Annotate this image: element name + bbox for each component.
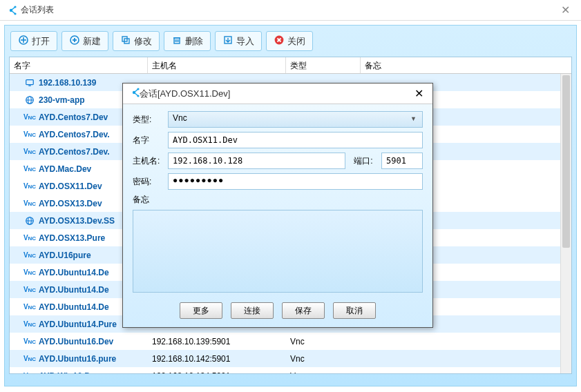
memo-textarea[interactable]: [133, 210, 423, 293]
row-host: 192.168.10.142:5901: [148, 354, 286, 364]
connect-button[interactable]: 连接: [231, 302, 274, 319]
vnc-icon: VNC: [23, 337, 36, 346]
row-name: AYD.Ubuntu14.Pure: [39, 320, 117, 329]
col-name[interactable]: 名字: [10, 57, 148, 73]
session-dialog: 会话[AYD.OSX11.Dev] ✕ 类型: Vnc 名字 主机名: 端口: …: [122, 83, 433, 328]
import-label: 导入: [236, 35, 254, 48]
vnc-icon: VNC: [23, 285, 36, 295]
table-header: 名字 主机名 类型 备忘: [10, 57, 571, 74]
new-label: 新建: [83, 35, 101, 48]
vnc-icon: VNC: [23, 199, 36, 208]
copy-icon: [120, 35, 131, 48]
delete-button[interactable]: 删除: [164, 31, 211, 51]
dialog-icon: [128, 87, 140, 101]
toolbar: 打开 新建 修改 删除 导入 关闭: [5, 26, 576, 57]
dialog-title: 会话[AYD.OSX11.Dev]: [140, 88, 230, 100]
table-row[interactable]: VNCAYD.Ubuntu16.pure192.168.10.142:5901V…: [10, 350, 571, 367]
row-name: AYD.Ubuntu14.De: [39, 302, 109, 312]
vnc-icon: VNC: [23, 251, 36, 260]
row-name: AYD.OSX13.Dev.SS: [39, 216, 115, 226]
name-input[interactable]: [168, 132, 423, 148]
row-name: AYD.OSX13.Pure: [39, 233, 105, 243]
dialog-close-button[interactable]: ✕: [405, 87, 432, 100]
edit-button[interactable]: 修改: [113, 31, 160, 51]
port-input[interactable]: [381, 153, 423, 169]
row-name: AYD.Ubuntu14.De: [39, 285, 109, 295]
row-name: AYD.U16pure: [39, 251, 91, 260]
dialog-titlebar: 会话[AYD.OSX11.Dev] ✕: [123, 84, 432, 104]
close-circle-icon: [274, 35, 285, 48]
port-label: 端口:: [350, 155, 377, 167]
vnc-icon: VNC: [23, 182, 36, 191]
vnc-icon: VNC: [23, 371, 36, 375]
row-name: 230-vm-app: [39, 95, 85, 105]
table-row[interactable]: VNCAYD.Win10.Dev192.168.10.134:5901Vnc: [10, 367, 571, 374]
row-name: AYD.Ubuntu16.pure: [39, 354, 116, 364]
col-host[interactable]: 主机名: [148, 57, 286, 73]
trash-icon: [171, 35, 182, 48]
vnc-icon: VNC: [23, 112, 36, 122]
svg-rect-23: [28, 85, 31, 86]
row-name: AYD.Centos7.Dev.: [39, 130, 110, 139]
delete-label: 删除: [185, 35, 203, 48]
more-button[interactable]: 更多: [180, 302, 222, 319]
window-titlebar: 会话列表 ✕: [0, 0, 581, 21]
vnc-icon: VNC: [23, 164, 36, 174]
row-name: AYD.OSX11.Dev: [39, 182, 102, 191]
app-icon: [6, 5, 17, 16]
table-row[interactable]: VNCAYD.Ubuntu16.Dev192.168.10.139:5901Vn…: [10, 333, 571, 350]
vnc-icon: VNC: [23, 147, 36, 157]
row-name: AYD.Ubuntu16.Dev: [39, 337, 113, 346]
svg-point-4: [14, 12, 16, 14]
password-input[interactable]: ●●●●●●●●●: [168, 173, 423, 190]
host-input[interactable]: [168, 153, 345, 169]
scrollbar-thumb[interactable]: [562, 75, 570, 248]
new-button[interactable]: 新建: [61, 31, 108, 51]
close-label: 关闭: [287, 35, 305, 48]
vnc-icon: VNC: [23, 302, 36, 312]
row-type: Vnc: [286, 371, 361, 375]
col-type[interactable]: 类型: [286, 57, 361, 73]
memo-label: 备忘: [133, 194, 164, 206]
web-icon: [23, 95, 36, 105]
row-name: AYD.Win10.Dev: [39, 371, 99, 375]
row-host: 192.168.10.139:5901: [148, 337, 286, 346]
password-label: 密码:: [133, 176, 164, 188]
row-type: Vnc: [286, 354, 361, 364]
vnc-icon: VNC: [23, 268, 36, 277]
vnc-icon: VNC: [23, 354, 36, 364]
vnc-icon: VNC: [23, 233, 36, 243]
import-icon: [222, 35, 234, 48]
close-button[interactable]: 关闭: [266, 31, 313, 51]
row-name: AYD.OSX13.Dev: [39, 199, 102, 208]
window-title: 会话列表: [21, 4, 54, 16]
row-name: AYD.Centos7.Dev.: [39, 147, 110, 157]
web-icon: [23, 216, 36, 226]
cancel-button[interactable]: 取消: [333, 302, 376, 319]
vnc-icon: VNC: [23, 320, 36, 329]
row-name: AYD.Mac.Dev: [39, 164, 91, 174]
col-memo[interactable]: 备忘: [361, 57, 571, 73]
vnc-icon: VNC: [23, 130, 36, 139]
svg-point-3: [14, 6, 16, 8]
type-select[interactable]: Vnc: [168, 111, 423, 128]
rdp-icon: [23, 78, 36, 88]
host-label: 主机名:: [133, 155, 164, 167]
import-button[interactable]: 导入: [215, 31, 262, 51]
target-icon: [18, 35, 29, 48]
row-type: Vnc: [286, 337, 361, 346]
type-label: 类型:: [133, 114, 164, 126]
row-name: AYD.Centos7.Dev: [39, 112, 108, 122]
plus-circle-icon: [69, 35, 80, 48]
row-name: AYD.Ubuntu14.De: [39, 268, 109, 277]
window-close-button[interactable]: ✕: [549, 0, 581, 21]
vertical-scrollbar[interactable]: [560, 74, 571, 373]
open-label: 打开: [32, 35, 50, 48]
svg-rect-22: [26, 79, 34, 84]
row-name: 192.168.10.139: [39, 78, 96, 88]
name-label: 名字: [133, 135, 164, 146]
open-button[interactable]: 打开: [10, 31, 57, 51]
save-button[interactable]: 保存: [282, 302, 325, 319]
row-host: 192.168.10.134:5901: [148, 371, 286, 375]
edit-label: 修改: [134, 35, 152, 48]
